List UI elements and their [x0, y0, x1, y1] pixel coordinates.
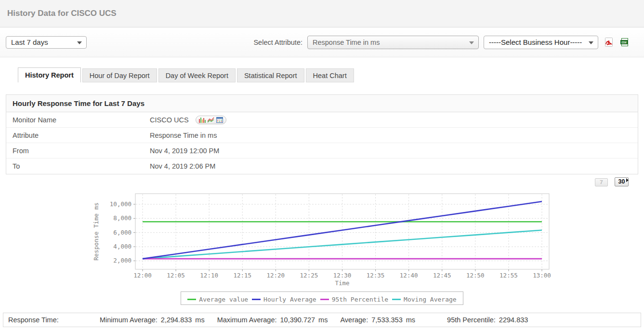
- from-value: Nov 4, 2019 12:00 PM: [150, 147, 219, 155]
- stat-maximum-average: Maximum Average: 10,390.727 ms: [217, 316, 328, 324]
- summary-bar: Response Time: Minimum Average: 2,294.83…: [3, 313, 641, 327]
- chart-legend-wrap: Average valueHourly Average95th Percenti…: [0, 291, 644, 305]
- summary-caption: Response Time:: [3, 316, 100, 324]
- svg-text:10,000: 10,000: [110, 200, 131, 208]
- table-row: From Nov 4, 2019 12:00 PM: [6, 143, 638, 158]
- time-period-select[interactable]: Last 7 days: [6, 36, 87, 49]
- tab-history-report[interactable]: History Report: [18, 67, 81, 82]
- to-label: To: [6, 162, 150, 170]
- range-30-button[interactable]: 30: [615, 177, 629, 186]
- legend-item: Moving Average: [392, 296, 457, 303]
- chevron-down-icon: [77, 41, 82, 44]
- svg-text:12:55: 12:55: [499, 272, 518, 279]
- stat-label: Maximum Average:: [217, 316, 277, 324]
- bar-chart-icon[interactable]: [199, 117, 206, 123]
- svg-text:12:45: 12:45: [433, 272, 451, 279]
- chart-section: 7 30 12:0012:0512:1012:1512:2012:2512:30…: [0, 174, 644, 313]
- stat-unit: ms: [318, 316, 328, 324]
- svg-text:2,000: 2,000: [113, 257, 131, 264]
- tab-day-of-week-report[interactable]: Day of Week Report: [158, 68, 236, 82]
- stat-unit: ms: [195, 316, 204, 324]
- chevron-down-icon: [469, 41, 474, 44]
- svg-text:13:00: 13:00: [533, 272, 551, 279]
- stat-value: 7,533.353: [371, 316, 403, 324]
- stat-value: 2,294.833: [161, 316, 192, 324]
- legend-swatch-icon: [252, 299, 261, 300]
- page-title: History Data for CISCO UCS: [7, 9, 117, 18]
- svg-text:Response Time ms: Response Time ms: [92, 202, 100, 260]
- svg-text:12:00: 12:00: [133, 272, 152, 279]
- svg-text:12:30: 12:30: [333, 272, 352, 279]
- table-view-icon[interactable]: [216, 117, 223, 123]
- pdf-export-icon[interactable]: [604, 37, 614, 47]
- svg-text:4,000: 4,000: [113, 243, 131, 250]
- legend-swatch-icon: [392, 299, 401, 300]
- svg-text:12:50: 12:50: [466, 272, 485, 279]
- business-hour-select[interactable]: -----Select Business Hour-----: [484, 36, 598, 49]
- legend-item: Hourly Average: [252, 296, 316, 303]
- stat-95th-percentile: 95th Percentile: 2294.833: [447, 316, 528, 324]
- attribute-value: Response Time in ms: [150, 132, 217, 139]
- attribute-value: Response Time in ms: [313, 39, 380, 46]
- table-row: Monitor Name CISCO UCS: [6, 112, 638, 128]
- csv-icon-text: CSV: [622, 41, 627, 44]
- select-attribute-label: Select Attribute:: [253, 39, 302, 46]
- legend-swatch-icon: [187, 299, 196, 300]
- monitor-name-value: CISCO UCS: [150, 116, 189, 124]
- svg-text:12:40: 12:40: [400, 272, 418, 279]
- svg-text:12:20: 12:20: [267, 272, 285, 279]
- svg-text:12:25: 12:25: [300, 272, 318, 279]
- stat-label: Average:: [340, 316, 368, 324]
- legend-label: 95th Percentile: [332, 296, 388, 303]
- stat-label: Minimum Average:: [100, 316, 158, 324]
- svg-text:6,000: 6,000: [113, 229, 131, 236]
- tab-hour-of-day-report[interactable]: Hour of Day Report: [82, 68, 157, 82]
- toolbar: Last 7 days Select Attribute: Response T…: [0, 27, 644, 57]
- tab-heat-chart[interactable]: Heat Chart: [306, 68, 354, 82]
- stat-value: 10,390.727: [280, 316, 315, 324]
- svg-text:12:05: 12:05: [167, 272, 185, 279]
- range-7-button: 7: [595, 178, 608, 186]
- table-row: To Nov 4, 2019 2:06 PM: [6, 158, 638, 174]
- svg-text:12:35: 12:35: [367, 272, 385, 279]
- stat-unit: ms: [406, 316, 415, 324]
- range-buttons: 7 30: [595, 177, 629, 186]
- attribute-select[interactable]: Response Time in ms: [307, 36, 479, 49]
- stat-value: 2294.833: [499, 316, 528, 324]
- csv-export-icon[interactable]: CSV: [619, 37, 630, 47]
- report-box: Hourly Response Time for Last 7 Days Mon…: [6, 94, 638, 174]
- business-hour-value: -----Select Business Hour-----: [489, 38, 582, 46]
- stat-minimum-average: Minimum Average: 2,294.833 ms: [100, 316, 205, 324]
- range-30-label: 30: [618, 178, 625, 185]
- svg-text:12:10: 12:10: [200, 272, 218, 279]
- from-label: From: [6, 147, 150, 155]
- tab-statistical-report[interactable]: Statistical Report: [237, 68, 304, 82]
- monitor-name-label: Monitor Name: [6, 116, 150, 124]
- legend-label: Hourly Average: [263, 296, 316, 303]
- time-period-value: Last 7 days: [11, 38, 48, 46]
- chevron-down-icon: [589, 41, 593, 44]
- svg-text:12:15: 12:15: [233, 272, 251, 279]
- history-chart-svg: 12:0012:0512:1012:1512:2012:2512:3012:35…: [92, 191, 554, 288]
- line-chart-icon[interactable]: [208, 117, 214, 123]
- range-30-marker-icon: [626, 178, 629, 182]
- report-title: Hourly Response Time for Last 7 Days: [6, 95, 638, 112]
- stat-label: 95th Percentile:: [447, 316, 496, 324]
- legend-label: Moving Average: [404, 296, 457, 303]
- legend-swatch-icon: [320, 299, 329, 300]
- legend-item: 95th Percentile: [320, 296, 388, 303]
- legend-label: Average value: [199, 296, 248, 303]
- svg-text:8,000: 8,000: [113, 214, 131, 222]
- attribute-label: Attribute: [6, 132, 150, 139]
- legend-item: Average value: [187, 296, 248, 303]
- monitor-graph-shortcuts[interactable]: [196, 116, 226, 124]
- chart-legend: Average valueHourly Average95th Percenti…: [181, 291, 463, 305]
- stat-average: Average: 7,533.353 ms: [340, 316, 415, 324]
- svg-text:Time: Time: [335, 279, 349, 287]
- report-tabbar: History Report Hour of Day Report Day of…: [18, 67, 644, 82]
- table-row: Attribute Response Time in ms: [6, 128, 638, 143]
- to-value: Nov 4, 2019 2:06 PM: [150, 162, 215, 170]
- page-header: History Data for CISCO UCS: [0, 0, 644, 27]
